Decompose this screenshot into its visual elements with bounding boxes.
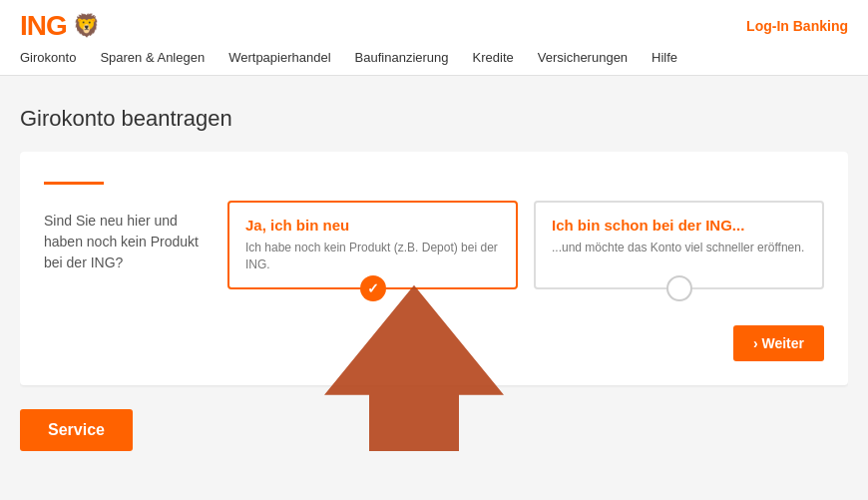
option-new[interactable]: Ja, ich bin neu Ich habe noch kein Produ…	[227, 201, 518, 289]
logo: ING 🦁	[20, 10, 100, 42]
weiter-button[interactable]: › Weiter	[733, 325, 824, 361]
options-container: Ja, ich bin neu Ich habe noch kein Produ…	[227, 201, 824, 289]
service-button[interactable]: Service	[20, 409, 133, 451]
navigation: Girokonto Sparen & Anlegen Wertpapierhan…	[20, 50, 848, 75]
header: ING 🦁 Log-In Banking Girokonto Sparen & …	[0, 0, 868, 76]
option-existing[interactable]: Ich bin schon bei der ING... ...und möch…	[534, 201, 824, 289]
nav-item-wertpapier[interactable]: Wertpapierhandel	[228, 50, 330, 65]
option-new-desc: Ich habe noch kein Produkt (z.B. Depot) …	[245, 240, 500, 273]
header-top: ING 🦁 Log-In Banking	[20, 0, 848, 50]
main-content: Girokonto beantragen Sind Sie neu hier u…	[0, 76, 868, 471]
option-existing-desc: ...und möchte das Konto viel schneller e…	[552, 240, 806, 256]
nav-item-versicherungen[interactable]: Versicherungen	[538, 50, 628, 65]
option-existing-radio	[666, 275, 692, 301]
nav-item-girokonto[interactable]: Girokonto	[20, 50, 76, 65]
card-accent-line	[44, 182, 104, 185]
service-button-row: Service	[20, 385, 848, 451]
nav-item-hilfe[interactable]: Hilfe	[651, 50, 677, 65]
card-question: Sind Sie neu hier und haben noch kein Pr…	[44, 201, 204, 273]
option-existing-title: Ich bin schon bei der ING...	[552, 217, 806, 234]
weiter-row: › Weiter	[44, 325, 824, 361]
option-new-radio: ✓	[360, 275, 386, 301]
page-wrapper: Sind Sie neu hier und haben noch kein Pr…	[20, 152, 848, 451]
nav-item-baufinanzierung[interactable]: Baufinanzierung	[355, 50, 449, 65]
option-new-title: Ja, ich bin neu	[245, 217, 500, 234]
login-link[interactable]: Log-In Banking	[746, 18, 848, 34]
page-title: Girokonto beantragen	[20, 106, 848, 132]
nav-item-kredite[interactable]: Kredite	[473, 50, 514, 65]
nav-item-sparen[interactable]: Sparen & Anlegen	[100, 50, 205, 65]
card-inner: Sind Sie neu hier und haben noch kein Pr…	[44, 201, 824, 289]
card: Sind Sie neu hier und haben noch kein Pr…	[20, 152, 848, 385]
logo-lion-icon: 🦁	[73, 13, 100, 39]
logo-text: ING	[20, 10, 67, 42]
